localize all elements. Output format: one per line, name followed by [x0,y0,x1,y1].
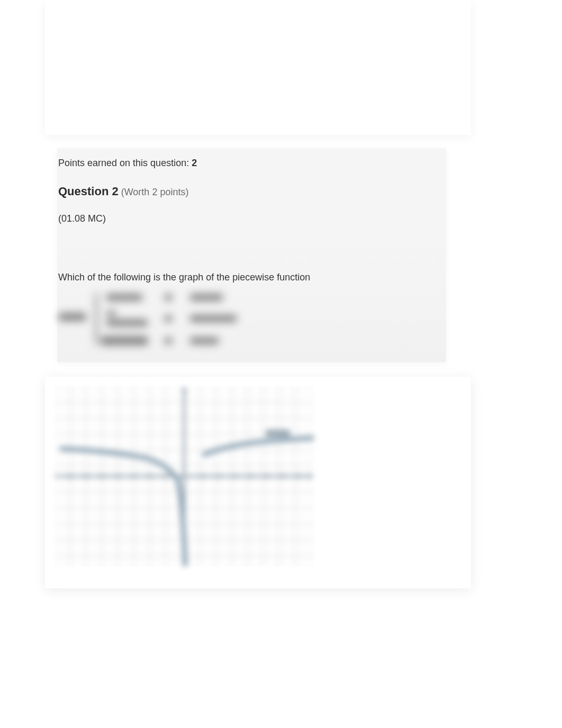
graph-plot [55,386,314,566]
svg-point-38 [280,474,284,478]
svg-point-28 [100,474,104,478]
svg-point-27 [84,474,88,478]
graph-label-fx [265,430,291,437]
question-header: Question 2 (Worth 2 points) [58,185,446,198]
previous-card-bottom [45,0,471,135]
question-card: Points earned on this question: 2 Questi… [57,148,446,362]
points-earned-value: 2 [192,158,197,168]
piecewise-formula-image [58,290,249,349]
question-number: Question 2 [58,185,119,198]
graph-svg [55,386,314,566]
svg-point-31 [148,474,152,478]
curve-right-branch [203,438,314,455]
svg-point-29 [116,474,120,478]
answer-graph-card [45,377,471,588]
svg-marker-24 [309,474,314,479]
svg-point-34 [216,474,221,478]
svg-point-30 [132,474,136,478]
points-earned-line: Points earned on this question: 2 [58,158,446,169]
svg-point-36 [248,474,252,478]
svg-point-33 [201,474,205,478]
svg-point-35 [232,474,237,478]
points-earned-label: Points earned on this question: [58,158,192,168]
svg-point-32 [164,474,168,478]
question-worth: (Worth 2 points) [121,187,189,197]
svg-point-39 [296,474,300,478]
svg-marker-25 [182,386,187,392]
curve-left-branch [60,449,185,566]
question-prompt: Which of the following is the graph of t… [58,272,446,283]
svg-point-37 [264,474,268,478]
question-code: (01.08 MC) [58,213,446,224]
svg-point-26 [68,474,72,478]
